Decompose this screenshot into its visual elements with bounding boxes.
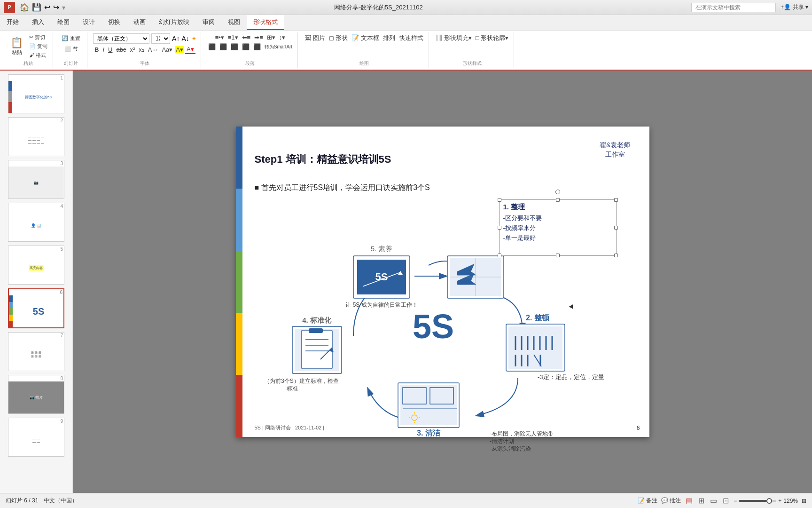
decrease-font-button[interactable]: A↓ <box>181 35 189 42</box>
user-area[interactable]: +👤 共享 ▾ <box>781 3 808 11</box>
text-direction-button[interactable]: ⬛ <box>252 43 262 51</box>
shapes-button[interactable]: ◻ 形状 <box>328 33 350 43</box>
slide-thumb-6[interactable]: 6 5S <box>8 288 64 328</box>
paste-button[interactable]: 📋 粘贴 <box>8 35 26 57</box>
save-icon[interactable]: 💾 <box>32 3 41 12</box>
logo-line1: 翟&袁老师 <box>600 141 630 150</box>
decrease-indent-button[interactable]: ⬅≡ <box>241 33 252 41</box>
slide-preview-3: 📷 <box>8 167 64 198</box>
font-color-button[interactable]: A▾ <box>185 45 195 54</box>
shape-row: 🖼 图片 ◻ 形状 📝 文本框 排列 快速样式 <box>304 33 425 43</box>
paste-icon: 📋 <box>10 37 23 49</box>
fit-screen-button[interactable]: ⊞ <box>802 498 806 504</box>
image-button[interactable]: 🖼 图片 <box>304 33 327 43</box>
tab-start[interactable]: 开始 <box>0 15 25 30</box>
slide-thumb-2[interactable]: 2 — — — —— — —— — — — <box>8 117 64 156</box>
copy-button[interactable]: 📄 复制 <box>28 42 49 50</box>
redo-icon[interactable]: ↪ <box>53 3 59 12</box>
slide-thumb-9[interactable]: 9 — —— — <box>8 418 64 457</box>
superscript-button[interactable]: x² <box>128 46 136 54</box>
underline-button[interactable]: U <box>107 46 114 54</box>
tab-animation[interactable]: 动画 <box>127 15 152 30</box>
bold-button[interactable]: B <box>93 46 100 54</box>
font-name-selector[interactable]: 黑体（正文） <box>93 33 149 44</box>
slideshow-button[interactable]: ⊡ <box>722 495 730 506</box>
svg-rect-48 <box>302 330 332 369</box>
search-input[interactable] <box>691 3 776 12</box>
align-right-button[interactable]: ⬛ <box>229 43 240 51</box>
increase-font-button[interactable]: A↑ <box>172 35 180 42</box>
italic-button[interactable]: I <box>101 46 106 54</box>
share-label[interactable]: +👤 共享 ▾ <box>781 4 808 10</box>
home-icon[interactable]: 🏠 <box>20 3 29 12</box>
window-controls[interactable]: P <box>4 2 15 13</box>
tab-slideshow[interactable]: 幻灯片放映 <box>152 15 196 30</box>
format-painter-button[interactable]: 🖌 格式 <box>28 51 49 59</box>
subscript-button[interactable]: x₂ <box>137 46 146 54</box>
strikethrough-button[interactable]: abc <box>115 46 127 54</box>
smart-art-convert-button[interactable]: 转为SmartArt <box>263 43 294 51</box>
arrange-button[interactable]: 排列 <box>382 33 397 43</box>
comments-button[interactable]: 💬 批注 <box>661 497 681 505</box>
numbering-button[interactable]: ≡1▾ <box>226 33 240 41</box>
quick-style-button[interactable]: 快速样式 <box>398 33 425 43</box>
columns-button[interactable]: ⊞▾ <box>265 33 277 41</box>
tab-design[interactable]: 设计 <box>76 15 102 30</box>
rotate-handle[interactable] <box>555 190 560 194</box>
5s-diagram: 5S <box>250 199 635 430</box>
notes-button[interactable]: 📝 备注 <box>638 497 657 505</box>
slide-thumb-3[interactable]: 3 📷 <box>8 160 64 199</box>
char-spacing-button[interactable]: A↔ <box>147 46 160 54</box>
font-size-selector[interactable]: 12 <box>151 33 170 44</box>
font-row2: B I U abc x² x₂ A↔ Aa▾ A▾ A▾ <box>93 45 195 54</box>
quick-access-icons[interactable]: 🏠 💾 ↩ ↪ ▾ <box>20 3 65 12</box>
normal-view-button[interactable]: ▤ <box>685 495 694 506</box>
svg-text:5S: 5S <box>412 308 453 345</box>
slide-thumb-5[interactable]: 5 高亮内容 <box>8 246 64 285</box>
slide-preview-7: ⊞ ⊞ ⊞⊞ ⊞ ⊞ <box>8 339 64 371</box>
reading-view-button[interactable]: ▭ <box>709 495 718 506</box>
tab-view[interactable]: 视图 <box>221 15 247 30</box>
bullets-button[interactable]: ≡•▾ <box>214 33 226 41</box>
slide-sorter-button[interactable]: ⊞ <box>697 495 705 506</box>
layout-button[interactable]: ⬜节 <box>62 44 81 54</box>
font-style-button[interactable]: Aa▾ <box>160 46 174 54</box>
line-spacing-button[interactable]: ↕▾ <box>278 33 287 41</box>
slide-thumb-7[interactable]: 7 ⊞ ⊞ ⊞⊞ ⊞ ⊞ <box>8 332 64 371</box>
canvas-area[interactable]: Step1 培训：精益意识培训5S 翟&袁老师 工作室 ■ 首先对员工进行5S培… <box>73 71 812 493</box>
shape-fill-button[interactable]: ▥ 形状填充▾ <box>435 33 473 43</box>
shape-outline-button[interactable]: □ 形状轮廓▾ <box>474 33 510 43</box>
textbox-button[interactable]: 📝 文本框 <box>350 33 381 43</box>
align-left-button[interactable]: ⬛ <box>207 43 217 51</box>
tab-transition[interactable]: 切换 <box>102 15 127 30</box>
tab-review[interactable]: 审阅 <box>196 15 221 30</box>
status-bar: 幻灯片 6 / 31 中文（中国） 📝 备注 💬 批注 ▤ ⊞ ▭ ⊡ − + … <box>0 493 812 508</box>
ribbon-tabs[interactable]: 开始 插入 绘图 设计 切换 动画 幻灯片放映 审阅 视图 形状格式 <box>0 15 812 31</box>
drawing-group-label: 绘图 <box>359 59 369 67</box>
svg-text:标准: 标准 <box>286 385 298 392</box>
align-center-button[interactable]: ⬛ <box>218 43 228 51</box>
justify-button[interactable]: ⬛ <box>241 43 251 51</box>
slide-thumb-8[interactable]: 8 📷 照片 <box>8 375 64 414</box>
slide-num-5: 5 <box>8 246 64 252</box>
zoom-out-button[interactable]: − <box>734 498 737 504</box>
layout-icon: ⬜ <box>64 46 71 52</box>
text-highlight-button[interactable]: A▾ <box>175 46 184 53</box>
increase-indent-button[interactable]: ➡≡ <box>253 33 265 41</box>
zoom-slider[interactable] <box>739 500 776 502</box>
tab-insert[interactable]: 插入 <box>25 15 51 30</box>
zoom-in-button[interactable]: + <box>778 498 781 504</box>
cut-button[interactable]: ✂ 剪切 <box>28 33 49 41</box>
tab-shape-format[interactable]: 形状格式 <box>247 15 284 30</box>
tab-draw[interactable]: 绘图 <box>51 15 76 30</box>
selection-box[interactable]: 1. 整理 -区分要和不要 -按频率来分 -单一是最好 <box>499 199 617 256</box>
clear-format-button[interactable]: ✦ <box>191 35 197 42</box>
slide-thumb-1[interactable]: 1 德图数字化的5S <box>8 74 64 113</box>
new-slide-button[interactable]: 🔄重置 <box>59 33 83 43</box>
slide-thumb-4[interactable]: 4 👤 📊 <box>8 203 64 242</box>
new-slide-content: 🔄重置 ⬜节 <box>59 33 83 59</box>
zoom-control[interactable]: − + 129% <box>734 498 798 504</box>
more-icon[interactable]: ▾ <box>62 4 65 11</box>
slide-panel[interactable]: 1 德图数字化的5S 2 — — — —— — —— — — — 3 📷 4 👤… <box>0 71 73 493</box>
undo-icon[interactable]: ↩ <box>44 3 50 12</box>
